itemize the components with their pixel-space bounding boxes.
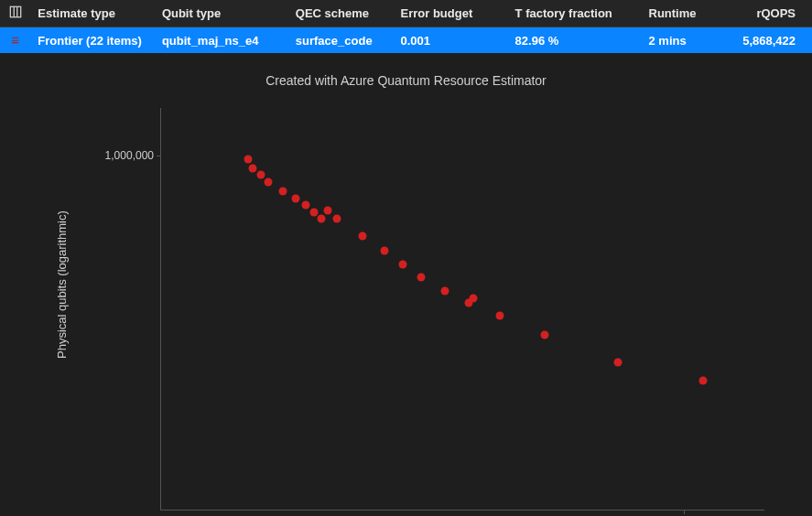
row-expand-cell[interactable]: ≡: [0, 27, 30, 54]
cell-error-budget: 0.001: [393, 27, 507, 54]
data-point[interactable]: [417, 273, 426, 281]
app-root: Estimate type Qubit type QEC scheme Erro…: [0, 0, 812, 516]
data-point[interactable]: [614, 358, 623, 366]
cell-t-factory-fraction: 82.96 %: [508, 27, 642, 54]
columns-icon-cell[interactable]: [0, 0, 30, 27]
cell-qubit-type: qubit_maj_ns_e4: [155, 27, 288, 54]
svg-rect-0: [10, 6, 20, 16]
header-error-budget[interactable]: Error budget: [393, 0, 507, 27]
y-tick-mark: [157, 156, 161, 156]
data-point[interactable]: [359, 231, 367, 240]
y-tick-label: 1,000,000: [105, 149, 154, 162]
data-point[interactable]: [698, 376, 707, 384]
header-rqops[interactable]: rQOPS: [732, 0, 812, 27]
x-tick-mark: [684, 510, 685, 514]
data-point[interactable]: [540, 331, 548, 339]
data-point[interactable]: [332, 214, 341, 222]
data-point[interactable]: [278, 188, 287, 196]
cell-runtime: 2 mins: [642, 27, 732, 54]
header-qubit-type[interactable]: Qubit type: [155, 0, 288, 27]
chart-area[interactable]: Created with Azure Quantum Resource Esti…: [0, 53, 812, 516]
cell-rqops: 5,868,422: [732, 27, 812, 54]
columns-icon: [9, 7, 22, 21]
chart-title: Created with Azure Quantum Resource Esti…: [0, 73, 812, 88]
y-axis-title: Physical qubits (logarithmic): [55, 53, 69, 516]
data-point[interactable]: [264, 178, 272, 187]
data-point[interactable]: [317, 214, 325, 222]
data-point[interactable]: [380, 246, 388, 254]
scatter-plot[interactable]: 1,000,0001 hour: [160, 108, 764, 511]
data-point[interactable]: [441, 286, 449, 295]
header-qec-scheme[interactable]: QEC scheme: [288, 0, 394, 27]
header-t-factory-fraction[interactable]: T factory fraction: [508, 0, 642, 27]
table-row[interactable]: ≡ Frontier (22 items) qubit_maj_ns_e4 su…: [0, 27, 812, 54]
data-point[interactable]: [496, 311, 504, 319]
data-point[interactable]: [301, 201, 309, 210]
cell-estimate-type: Frontier (22 items): [30, 27, 155, 54]
data-point[interactable]: [323, 207, 331, 215]
table-header-row: Estimate type Qubit type QEC scheme Erro…: [0, 0, 812, 27]
data-point[interactable]: [249, 165, 257, 173]
header-runtime[interactable]: Runtime: [642, 0, 732, 27]
cell-qec-scheme: surface_code: [288, 27, 394, 54]
data-point[interactable]: [291, 194, 299, 202]
data-point[interactable]: [469, 295, 477, 303]
data-point[interactable]: [244, 156, 253, 164]
expand-icon: ≡: [11, 32, 19, 48]
results-table: Estimate type Qubit type QEC scheme Erro…: [0, 0, 812, 53]
data-point[interactable]: [398, 260, 406, 268]
data-point[interactable]: [256, 171, 265, 179]
header-estimate-type[interactable]: Estimate type: [30, 0, 155, 27]
